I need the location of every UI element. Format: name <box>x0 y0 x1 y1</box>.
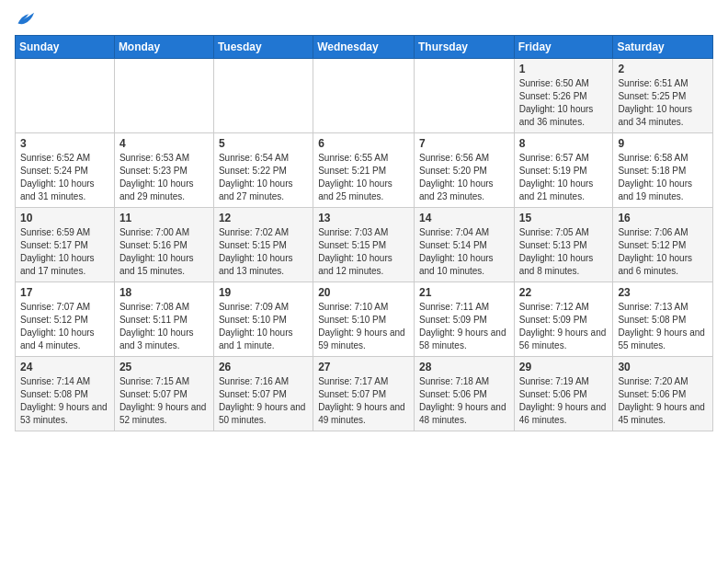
day-number: 9 <box>618 137 708 150</box>
day-number: 21 <box>419 286 509 299</box>
logo <box>15 9 37 29</box>
day-number: 15 <box>519 212 609 224</box>
day-info: Sunrise: 6:53 AM Sunset: 5:23 PM Dayligh… <box>119 152 209 203</box>
day-info: Sunrise: 6:52 AM Sunset: 5:24 PM Dayligh… <box>20 152 109 203</box>
day-number: 20 <box>318 286 409 299</box>
day-of-week-header: Wednesday <box>313 36 415 59</box>
day-info: Sunrise: 6:55 AM Sunset: 5:21 PM Dayligh… <box>318 152 409 203</box>
day-info: Sunrise: 7:09 AM Sunset: 5:10 PM Dayligh… <box>219 301 308 352</box>
calendar-cell: 18Sunrise: 7:08 AM Sunset: 5:11 PM Dayli… <box>114 282 213 357</box>
calendar-cell: 2Sunrise: 6:51 AM Sunset: 5:25 PM Daylig… <box>613 59 713 133</box>
calendar-cell: 20Sunrise: 7:10 AM Sunset: 5:10 PM Dayli… <box>313 282 415 357</box>
logo-bird-icon <box>17 9 37 29</box>
day-number: 6 <box>318 137 409 150</box>
day-info: Sunrise: 7:04 AM Sunset: 5:14 PM Dayligh… <box>419 226 509 278</box>
day-number: 17 <box>20 286 109 299</box>
day-info: Sunrise: 7:08 AM Sunset: 5:11 PM Dayligh… <box>119 301 209 352</box>
header <box>15 9 713 29</box>
calendar-cell: 9Sunrise: 6:58 AM Sunset: 5:18 PM Daylig… <box>613 133 713 208</box>
day-info: Sunrise: 7:20 AM Sunset: 5:06 PM Dayligh… <box>618 375 708 427</box>
day-number: 3 <box>20 137 109 150</box>
calendar-cell: 15Sunrise: 7:05 AM Sunset: 5:13 PM Dayli… <box>514 208 613 282</box>
day-info: Sunrise: 6:50 AM Sunset: 5:26 PM Dayligh… <box>519 77 609 129</box>
calendar-cell: 4Sunrise: 6:53 AM Sunset: 5:23 PM Daylig… <box>114 133 213 208</box>
day-info: Sunrise: 6:58 AM Sunset: 5:18 PM Dayligh… <box>618 152 708 203</box>
day-number: 1 <box>519 63 609 75</box>
calendar-cell: 1Sunrise: 6:50 AM Sunset: 5:26 PM Daylig… <box>514 59 613 133</box>
day-info: Sunrise: 6:54 AM Sunset: 5:22 PM Dayligh… <box>219 152 308 203</box>
day-number: 22 <box>519 286 609 299</box>
day-info: Sunrise: 7:16 AM Sunset: 5:07 PM Dayligh… <box>219 375 308 427</box>
calendar-cell: 30Sunrise: 7:20 AM Sunset: 5:06 PM Dayli… <box>613 357 713 431</box>
day-number: 29 <box>519 361 609 373</box>
day-number: 26 <box>219 361 308 373</box>
day-number: 13 <box>318 212 409 224</box>
calendar-cell: 21Sunrise: 7:11 AM Sunset: 5:09 PM Dayli… <box>414 282 514 357</box>
day-info: Sunrise: 7:10 AM Sunset: 5:10 PM Dayligh… <box>318 301 409 352</box>
day-number: 7 <box>419 137 509 150</box>
day-number: 11 <box>119 212 209 224</box>
day-info: Sunrise: 7:00 AM Sunset: 5:16 PM Dayligh… <box>119 226 209 278</box>
day-info: Sunrise: 7:05 AM Sunset: 5:13 PM Dayligh… <box>519 226 609 278</box>
calendar-cell: 8Sunrise: 6:57 AM Sunset: 5:19 PM Daylig… <box>514 133 613 208</box>
day-number: 8 <box>519 137 609 150</box>
day-info: Sunrise: 7:17 AM Sunset: 5:07 PM Dayligh… <box>318 375 409 427</box>
day-number: 10 <box>20 212 109 224</box>
day-of-week-header: Sunday <box>16 36 115 59</box>
calendar-table: SundayMondayTuesdayWednesdayThursdayFrid… <box>15 35 713 431</box>
day-info: Sunrise: 7:02 AM Sunset: 5:15 PM Dayligh… <box>219 226 308 278</box>
calendar-cell: 7Sunrise: 6:56 AM Sunset: 5:20 PM Daylig… <box>414 133 514 208</box>
day-of-week-header: Friday <box>514 36 613 59</box>
calendar-cell: 27Sunrise: 7:17 AM Sunset: 5:07 PM Dayli… <box>313 357 415 431</box>
calendar-week-row: 3Sunrise: 6:52 AM Sunset: 5:24 PM Daylig… <box>16 133 713 208</box>
day-number: 30 <box>618 361 708 373</box>
day-number: 19 <box>219 286 308 299</box>
calendar-cell: 22Sunrise: 7:12 AM Sunset: 5:09 PM Dayli… <box>514 282 613 357</box>
day-of-week-header: Tuesday <box>213 36 313 59</box>
calendar-cell <box>114 59 213 133</box>
day-number: 4 <box>119 137 209 150</box>
calendar-cell: 3Sunrise: 6:52 AM Sunset: 5:24 PM Daylig… <box>16 133 115 208</box>
calendar-cell: 25Sunrise: 7:15 AM Sunset: 5:07 PM Dayli… <box>114 357 213 431</box>
day-info: Sunrise: 6:51 AM Sunset: 5:25 PM Dayligh… <box>618 77 708 129</box>
day-info: Sunrise: 7:11 AM Sunset: 5:09 PM Dayligh… <box>419 301 509 352</box>
calendar-cell: 16Sunrise: 7:06 AM Sunset: 5:12 PM Dayli… <box>613 208 713 282</box>
calendar-cell: 6Sunrise: 6:55 AM Sunset: 5:21 PM Daylig… <box>313 133 415 208</box>
calendar-week-row: 17Sunrise: 7:07 AM Sunset: 5:12 PM Dayli… <box>16 282 713 357</box>
calendar-cell: 5Sunrise: 6:54 AM Sunset: 5:22 PM Daylig… <box>213 133 313 208</box>
day-info: Sunrise: 7:15 AM Sunset: 5:07 PM Dayligh… <box>119 375 209 427</box>
calendar-week-row: 1Sunrise: 6:50 AM Sunset: 5:26 PM Daylig… <box>16 59 713 133</box>
calendar-cell: 24Sunrise: 7:14 AM Sunset: 5:08 PM Dayli… <box>16 357 115 431</box>
day-info: Sunrise: 7:19 AM Sunset: 5:06 PM Dayligh… <box>519 375 609 427</box>
calendar-header-row: SundayMondayTuesdayWednesdayThursdayFrid… <box>16 36 713 59</box>
day-info: Sunrise: 6:56 AM Sunset: 5:20 PM Dayligh… <box>419 152 509 203</box>
calendar-cell: 17Sunrise: 7:07 AM Sunset: 5:12 PM Dayli… <box>16 282 115 357</box>
day-number: 23 <box>618 286 708 299</box>
calendar-cell <box>213 59 313 133</box>
day-info: Sunrise: 7:13 AM Sunset: 5:08 PM Dayligh… <box>618 301 708 352</box>
day-number: 14 <box>419 212 509 224</box>
calendar-cell: 13Sunrise: 7:03 AM Sunset: 5:15 PM Dayli… <box>313 208 415 282</box>
day-number: 18 <box>119 286 209 299</box>
day-number: 2 <box>618 63 708 75</box>
day-info: Sunrise: 7:18 AM Sunset: 5:06 PM Dayligh… <box>419 375 509 427</box>
calendar-cell: 28Sunrise: 7:18 AM Sunset: 5:06 PM Dayli… <box>414 357 514 431</box>
calendar-cell: 14Sunrise: 7:04 AM Sunset: 5:14 PM Dayli… <box>414 208 514 282</box>
day-of-week-header: Monday <box>114 36 213 59</box>
calendar-cell: 19Sunrise: 7:09 AM Sunset: 5:10 PM Dayli… <box>213 282 313 357</box>
calendar-week-row: 10Sunrise: 6:59 AM Sunset: 5:17 PM Dayli… <box>16 208 713 282</box>
page: SundayMondayTuesdayWednesdayThursdayFrid… <box>0 0 728 563</box>
day-info: Sunrise: 7:14 AM Sunset: 5:08 PM Dayligh… <box>20 375 109 427</box>
day-number: 12 <box>219 212 308 224</box>
day-of-week-header: Saturday <box>613 36 713 59</box>
day-of-week-header: Thursday <box>414 36 514 59</box>
calendar-cell <box>16 59 115 133</box>
calendar-cell: 26Sunrise: 7:16 AM Sunset: 5:07 PM Dayli… <box>213 357 313 431</box>
logo-text <box>15 9 37 29</box>
calendar-cell: 12Sunrise: 7:02 AM Sunset: 5:15 PM Dayli… <box>213 208 313 282</box>
day-info: Sunrise: 6:59 AM Sunset: 5:17 PM Dayligh… <box>20 226 109 278</box>
day-number: 16 <box>618 212 708 224</box>
day-info: Sunrise: 7:03 AM Sunset: 5:15 PM Dayligh… <box>318 226 409 278</box>
day-number: 24 <box>20 361 109 373</box>
day-number: 27 <box>318 361 409 373</box>
